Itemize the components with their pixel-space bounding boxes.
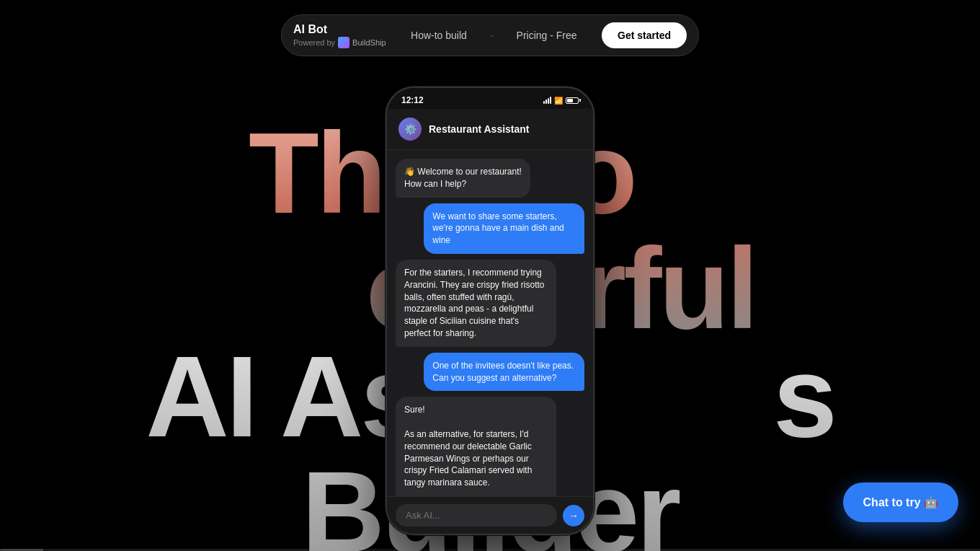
nav-brand: AI Bot Powered by BuildShip [293,22,386,48]
nav-title: AI Bot [293,22,386,36]
chat-header: ⚙️ Restaurant Assistant [387,109,593,150]
chat-input-row: → [387,496,593,534]
chat-title: Restaurant Assistant [429,123,530,135]
nav-powered: Powered by BuildShip [293,37,386,48]
get-started-button[interactable]: Get started [602,22,687,48]
message-3: For the starters, I recommend trying Ara… [396,260,556,347]
message-5: Sure! As an alternative, for starters, I… [396,397,556,496]
phone-mockup: 12:12 📶 ⚙️ Restaurant Assistant [386,87,594,535]
navbar: AI Bot Powered by BuildShip How-to build… [281,14,699,56]
how-to-build-link[interactable]: How-to build [411,30,467,41]
chat-send-button[interactable]: → [563,505,584,526]
chat-messages: 👋 Welcome to our restaurant!How can I he… [387,150,593,496]
status-icons: 📶 [543,97,579,105]
buildship-icon [338,37,349,48]
message-2: We want to share some starters, we're go… [424,203,584,254]
chat-avatar: ⚙️ [398,118,422,141]
battery-icon [566,97,579,104]
send-icon: → [569,510,579,521]
buildship-logo: BuildShip [338,37,386,48]
message-1: 👋 Welcome to our restaurant!How can I he… [396,159,530,198]
chat-try-button[interactable]: Chat to try 🤖 [843,482,958,522]
phone-time: 12:12 [401,95,424,105]
message-4: One of the invitees doesn't like peas. C… [424,353,584,392]
signal-icon [543,97,551,104]
nav-separator: - [490,30,494,41]
phone-frame: 12:12 📶 ⚙️ Restaurant Assistant [386,87,594,535]
wifi-icon: 📶 [554,97,563,105]
pricing-free-link[interactable]: Pricing - Free [517,30,577,41]
phone-status-bar: 12:12 📶 [387,88,593,109]
buildship-name: BuildShip [352,38,386,47]
chat-input[interactable] [396,504,557,526]
nav-links: How-to build - Pricing - Free [409,30,579,41]
